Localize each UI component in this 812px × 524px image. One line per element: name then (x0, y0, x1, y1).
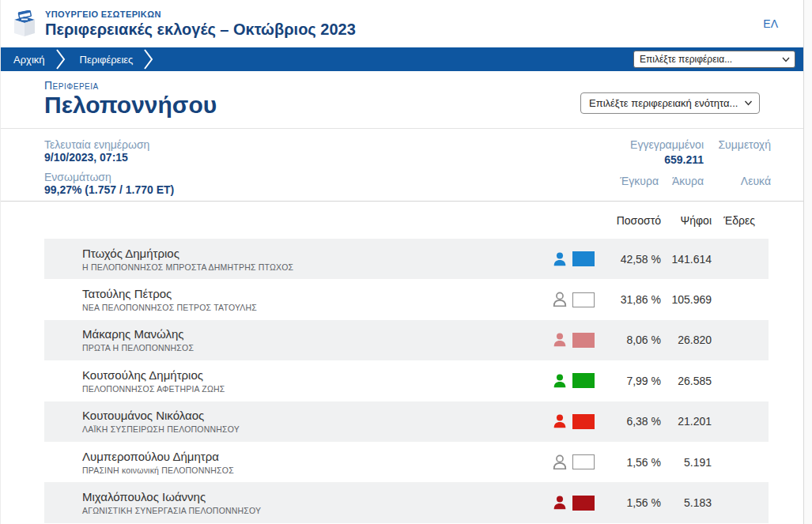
votes-value: 5.183 (661, 496, 712, 509)
votes-value: 105.969 (661, 293, 712, 306)
breadcrumb-regions[interactable]: Περιφέρειες (67, 54, 145, 66)
candidate-cell: Κουτουμάνος Νικόλαος ΛΑΪΚΗ ΣΥΣΠΕΙΡΩΣΗ ΠΕ… (44, 409, 506, 434)
blank-label: Λευκά (741, 175, 771, 187)
person-icon (551, 291, 568, 308)
party-color-cell (506, 413, 598, 430)
chevron-right-icon (144, 49, 153, 70)
candidate-name: Τατούλης Πέτρος (82, 287, 506, 300)
party-color-cell (506, 331, 598, 349)
ministry-label: ΥΠΟΥΡΓΕΙΟ ΕΣΩΤΕΡΙΚΩΝ (45, 9, 356, 19)
region-select[interactable]: Επιλέξτε περιφέρεια... (633, 51, 795, 68)
party-color-cell (506, 291, 598, 308)
party-color-swatch (572, 496, 595, 511)
stats-right: Εγγεγραμμένοι Συμμετοχή 659.211 Έγκυρα Ά… (534, 138, 771, 194)
candidate-name: Πτωχός Δημήτριος (82, 247, 506, 260)
percent-value: 6,38 % (598, 415, 661, 428)
regional-unit-select[interactable]: Επιλέξτε περιφερειακή ενότητα... (580, 92, 760, 114)
party-color-cell (506, 454, 598, 471)
region-name: Πελοποννήσου (44, 92, 217, 118)
page: ΥΠΟΥΡΓΕΙΟ ΕΣΩΤΕΡΙΚΩΝ Περιφερειακές εκλογ… (0, 0, 803, 524)
percent-value: 7,99 % (598, 375, 661, 387)
candidate-name: Κουτουμάνος Νικόλαος (82, 409, 506, 422)
party-color-swatch (572, 454, 595, 469)
party-name: ΠΕΛΟΠΟΝΝΗΣΟΣ ΑΦΕΤΗΡΙΑ ΖΩΗΣ (82, 384, 506, 394)
registered-label: Εγγεγραμμένοι (630, 138, 704, 151)
results-rows: Πτωχός Δημήτριος Η ΠΕΛΟΠΟΝΝΗΣΟΣ ΜΠΡΟΣΤΑ … (44, 239, 769, 523)
top-header: ΥΠΟΥΡΓΕΙΟ ΕΣΩΤΕΡΙΚΩΝ Περιφερειακές εκλογ… (1, 0, 803, 47)
candidate-row: Πτωχός Δημήτριος Η ΠΕΛΟΠΟΝΝΗΣΟΣ ΜΠΡΟΣΤΑ … (44, 239, 769, 279)
candidate-cell: Κουτσούλης Δημήτριος ΠΕΛΟΠΟΝΝΗΣΟΣ ΑΦΕΤΗΡ… (44, 368, 506, 394)
stats-section: Τελευταία ενημέρωση 9/10/2023, 07:15 Ενσ… (1, 129, 803, 202)
page-title: Περιφερειακές εκλογές – Οκτώβριος 2023 (45, 21, 356, 39)
breadcrumb: Αρχική Περιφέρειες Επιλέξτε περιφέρεια..… (1, 47, 803, 71)
language-switcher[interactable]: ΕΛ (763, 17, 789, 30)
party-name: ΛΑΪΚΗ ΣΥΣΠΕΙΡΩΣΗ ΠΕΛΟΠΟΝΝΗΣΟΥ (82, 424, 506, 434)
scrollbar-track[interactable] (803, 0, 812, 524)
votes-value: 5.191 (661, 456, 712, 469)
party-color-cell (506, 251, 598, 268)
candidate-row: Κουτσούλης Δημήτριος ΠΕΛΟΠΟΝΝΗΣΟΣ ΑΦΕΤΗΡ… (44, 360, 769, 401)
percent-value: 31,86 % (598, 293, 661, 306)
party-color-swatch (572, 373, 595, 388)
valid-label: Έγκυρα (620, 175, 659, 187)
header-titles: ΥΠΟΥΡΓΕΙΟ ΕΣΩΤΕΡΙΚΩΝ Περιφερειακές εκλογ… (45, 9, 356, 39)
party-color-swatch (572, 292, 595, 307)
party-name: ΠΡΩΤΑ Η ΠΕΛΟΠΟΝΝΗΣΟΣ (82, 343, 506, 352)
results-table: Ποσοστό Ψήφοι Έδρες Πτωχός Δημήτριος Η Π… (44, 202, 769, 523)
candidate-name: Κουτσούλης Δημήτριος (82, 368, 506, 382)
votes-column-header: Ψήφοι (661, 214, 712, 227)
party-color-cell (506, 494, 598, 511)
percent-value: 1,56 % (598, 456, 661, 469)
party-name: ΠΡΑΣΙΝΗ κοινωνική ΠΕΛΟΠΟΝΝΗΣΟΣ (82, 466, 506, 475)
candidate-cell: Τατούλης Πέτρος ΝΕΑ ΠΕΛΟΠΟΝΝΗΣΟΣ ΠΕΤΡΟΣ … (44, 287, 506, 312)
party-name: ΝΕΑ ΠΕΛΟΠΟΝΝΗΣΟΣ ΠΕΤΡΟΣ ΤΑΤΟΥΛΗΣ (82, 303, 506, 312)
candidate-cell: Λυμπεροπούλου Δήμητρα ΠΡΑΣΙΝΗ κοινωνική … (44, 450, 506, 475)
percent-value: 42,58 % (598, 253, 661, 266)
candidate-name: Μιχαλόπουλος Ιωάννης (82, 490, 506, 503)
region-section: Περιφέρεια Πελοποννήσου Επιλέξτε περιφερ… (1, 71, 803, 129)
candidate-row: Μιχαλόπουλος Ιωάννης ΑΓΩΝΙΣΤΙΚΗ ΣΥΝΕΡΓΑΣ… (44, 482, 769, 522)
party-name: ΑΓΩΝΙΣΤΙΚΗ ΣΥΝΕΡΓΑΣΙΑ ΠΕΛΟΠΟΝΝΗΣΟΥ (82, 506, 506, 515)
breadcrumb-home[interactable]: Αρχική (1, 54, 56, 66)
votes-value: 26.585 (661, 375, 712, 387)
seats-column-header: Έδρες (712, 214, 755, 227)
candidate-cell: Μάκαρης Μανώλης ΠΡΩΤΑ Η ΠΕΛΟΠΟΝΝΗΣΟΣ (44, 327, 506, 352)
chevron-down-icon (744, 100, 753, 106)
candidate-row: Μάκαρης Μανώλης ΠΡΩΤΑ Η ΠΕΛΟΠΟΝΝΗΣΟΣ 8,0… (44, 320, 769, 360)
region-heading: Περιφέρεια Πελοποννήσου (44, 79, 217, 118)
region-select-value: Επιλέξτε περιφέρεια... (640, 54, 782, 65)
party-name: Η ΠΕΛΟΠΟΝΝΗΣΟΣ ΜΠΡΟΣΤΑ ΔΗΜΗΤΡΗΣ ΠΤΩΧΟΣ (82, 262, 506, 272)
person-icon (551, 331, 568, 349)
person-icon (551, 454, 568, 471)
candidate-row: Τατούλης Πέτρος ΝΕΑ ΠΕΛΟΠΟΝΝΗΣΟΣ ΠΕΤΡΟΣ … (44, 279, 769, 319)
party-color-cell (506, 372, 598, 390)
percent-column-header: Ποσοστό (598, 214, 661, 227)
votes-value: 26.820 (661, 334, 712, 346)
party-color-swatch (572, 251, 595, 266)
person-icon (551, 494, 568, 511)
chevron-right-icon (56, 49, 66, 70)
candidate-name: Μάκαρης Μανώλης (82, 327, 506, 341)
chevron-down-icon (782, 57, 790, 62)
registered-value: 659.211 (664, 153, 704, 166)
party-color-swatch (572, 333, 595, 348)
candidate-cell: Πτωχός Δημήτριος Η ΠΕΛΟΠΟΝΝΗΣΟΣ ΜΠΡΟΣΤΑ … (44, 247, 506, 272)
invalid-label: Άκυρα (672, 175, 704, 187)
person-icon (551, 413, 568, 430)
party-color-swatch (572, 414, 595, 429)
ballot-box-icon (12, 10, 37, 37)
percent-value: 8,06 % (598, 334, 661, 346)
person-icon (551, 251, 568, 268)
regional-unit-select-value: Επιλέξτε περιφερειακή ενότητα... (589, 97, 744, 109)
votes-value: 141.614 (661, 253, 712, 266)
participation-label: Συμμετοχή (718, 138, 771, 151)
votes-value: 21.201 (661, 415, 712, 428)
candidate-row: Κουτουμάνος Νικόλαος ΛΑΪΚΗ ΣΥΣΠΕΙΡΩΣΗ ΠΕ… (44, 401, 769, 442)
candidate-row: Λυμπεροπούλου Δήμητρα ΠΡΑΣΙΝΗ κοινωνική … (44, 442, 769, 482)
results-header-row: Ποσοστό Ψήφοι Έδρες (44, 202, 769, 239)
person-icon (551, 372, 568, 390)
region-label: Περιφέρεια (44, 79, 217, 92)
candidate-name: Λυμπεροπούλου Δήμητρα (82, 450, 506, 463)
percent-value: 1,56 % (598, 496, 661, 509)
candidate-cell: Μιχαλόπουλος Ιωάννης ΑΓΩΝΙΣΤΙΚΗ ΣΥΝΕΡΓΑΣ… (44, 490, 506, 515)
